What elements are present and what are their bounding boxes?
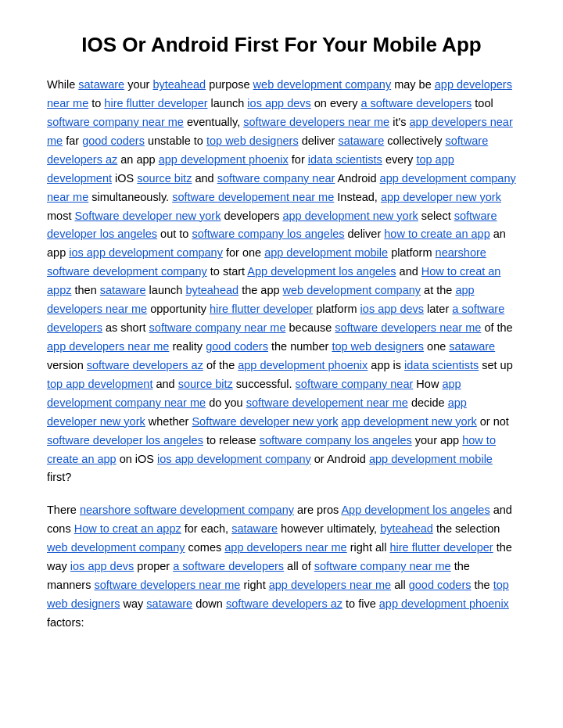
link-sataware-3[interactable]: sataware bbox=[100, 284, 146, 296]
link-app-devs-near-me-p2[interactable]: app developers near me bbox=[224, 541, 346, 554]
link-app-development-la-p2[interactable]: App development los angeles bbox=[341, 504, 489, 516]
link-software-developers-near-me-2[interactable]: software developers near me bbox=[335, 321, 481, 334]
link-software-company-los-angeles-2[interactable]: software company los angeles bbox=[260, 434, 412, 446]
link-ios-app-devs[interactable]: ios app devs bbox=[247, 97, 310, 109]
link-app-development-los-angeles[interactable]: App development los angeles bbox=[247, 265, 396, 278]
link-software-developer-los-angeles-2[interactable]: software developer los angeles bbox=[47, 434, 203, 446]
link-software-devs-az-p2[interactable]: software developers az bbox=[226, 597, 342, 610]
link-sataware-4[interactable]: sataware bbox=[449, 340, 495, 353]
link-ios-app-development-company[interactable]: ios app development company bbox=[69, 246, 223, 259]
link-software-company-near-me-2[interactable]: software company near me bbox=[149, 321, 286, 334]
link-app-developer-new-york[interactable]: app developer new york bbox=[381, 191, 501, 203]
link-web-dev-company-p2[interactable]: web development company bbox=[47, 541, 185, 554]
link-web-development-company[interactable]: web development company bbox=[253, 78, 392, 91]
link-app-development-new-york[interactable]: app development new york bbox=[282, 210, 418, 222]
link-byteahead-p2[interactable]: byteahead bbox=[380, 522, 433, 535]
link-top-app-development-2[interactable]: top app development bbox=[47, 378, 152, 390]
paragraph-2: There nearshore software development com… bbox=[47, 501, 516, 632]
link-idata-scientists[interactable]: idata scientists bbox=[308, 153, 382, 166]
link-web-development-company-2[interactable]: web development company bbox=[283, 284, 421, 296]
page-container: IOS Or Android First For Your Mobile App… bbox=[47, 31, 516, 633]
link-idata-scientists-2[interactable]: idata scientists bbox=[404, 359, 479, 371]
link-ios-app-development-company-2[interactable]: ios app development company bbox=[157, 453, 311, 465]
link-software-developers-az-2[interactable]: software developers az bbox=[87, 359, 203, 371]
link-software-developement-near-me-2[interactable]: software developement near me bbox=[246, 396, 408, 409]
page-title: IOS Or Android First For Your Mobile App bbox=[47, 31, 516, 59]
link-a-software-devs-p2[interactable]: a software developers bbox=[173, 560, 284, 572]
link-software-company-near-2[interactable]: software company near bbox=[296, 378, 414, 390]
link-top-web-designers[interactable]: top web designers bbox=[206, 134, 299, 147]
link-a-software-developers[interactable]: a software developers bbox=[360, 97, 472, 109]
link-app-developers-near-me-4[interactable]: app developers near me bbox=[47, 340, 169, 353]
link-ios-app-devs-2[interactable]: ios app devs bbox=[360, 303, 424, 315]
paragraph-1: While sataware your byteahead purpose we… bbox=[47, 76, 516, 487]
link-sataware-p2-2[interactable]: sataware bbox=[146, 597, 192, 610]
link-byteahead[interactable]: byteahead bbox=[152, 78, 206, 91]
link-software-developers-near-me[interactable]: software developers near me bbox=[243, 116, 389, 128]
link-app-development-phoenix-2[interactable]: app development phoenix bbox=[238, 359, 368, 371]
link-sataware[interactable]: sataware bbox=[78, 78, 124, 91]
link-byteahead-2[interactable]: byteahead bbox=[185, 284, 238, 296]
link-app-dev-phoenix-p2[interactable]: app development phoenix bbox=[379, 597, 509, 610]
link-how-to-creat-p2[interactable]: How to creat an appz bbox=[74, 522, 181, 535]
link-software-devs-near-me-p2[interactable]: software developers near me bbox=[94, 579, 240, 591]
link-good-coders-2[interactable]: good coders bbox=[206, 340, 268, 353]
link-good-coders[interactable]: good coders bbox=[82, 134, 145, 147]
link-sataware-p2[interactable]: sataware bbox=[231, 522, 278, 535]
link-hire-flutter-p2[interactable]: hire flutter developer bbox=[390, 541, 493, 554]
link-source-bitz-2[interactable]: source bitz bbox=[178, 378, 233, 390]
link-software-company-near-me[interactable]: software company near me bbox=[47, 116, 184, 128]
link-top-web-designers-2[interactable]: top web designers bbox=[332, 340, 424, 353]
link-nearshore-p2[interactable]: nearshore software development company bbox=[80, 504, 294, 516]
link-app-development-mobile[interactable]: app development mobile bbox=[264, 246, 388, 259]
link-app-devs-near-me-p2-2[interactable]: app developers near me bbox=[269, 579, 391, 591]
link-software-developement-near-me[interactable]: software developement near me bbox=[172, 191, 334, 203]
link-software-developer-new-york-2[interactable]: Software developer new york bbox=[192, 415, 338, 428]
link-sataware-2[interactable]: sataware bbox=[338, 134, 384, 147]
link-app-development-mobile-2[interactable]: app development mobile bbox=[369, 453, 493, 465]
link-ios-app-devs-p2[interactable]: ios app devs bbox=[70, 560, 134, 572]
link-source-bitz[interactable]: source bitz bbox=[137, 172, 192, 185]
link-how-to-create-an-app[interactable]: how to create an app bbox=[384, 228, 489, 240]
link-software-company-los-angeles[interactable]: software company los angeles bbox=[192, 228, 344, 240]
link-hire-flutter-developer[interactable]: hire flutter developer bbox=[104, 97, 207, 109]
link-app-development-phoenix[interactable]: app development phoenix bbox=[159, 153, 289, 166]
link-good-coders-p2[interactable]: good coders bbox=[409, 579, 472, 591]
link-app-development-new-york-2[interactable]: app development new york bbox=[341, 415, 476, 428]
link-software-developer-new-york[interactable]: Software developer new york bbox=[74, 210, 221, 222]
link-software-company-near[interactable]: software company near bbox=[217, 172, 335, 185]
link-software-company-near-me-p2[interactable]: software company near me bbox=[314, 560, 451, 572]
link-hire-flutter-developer-2[interactable]: hire flutter developer bbox=[210, 303, 313, 315]
